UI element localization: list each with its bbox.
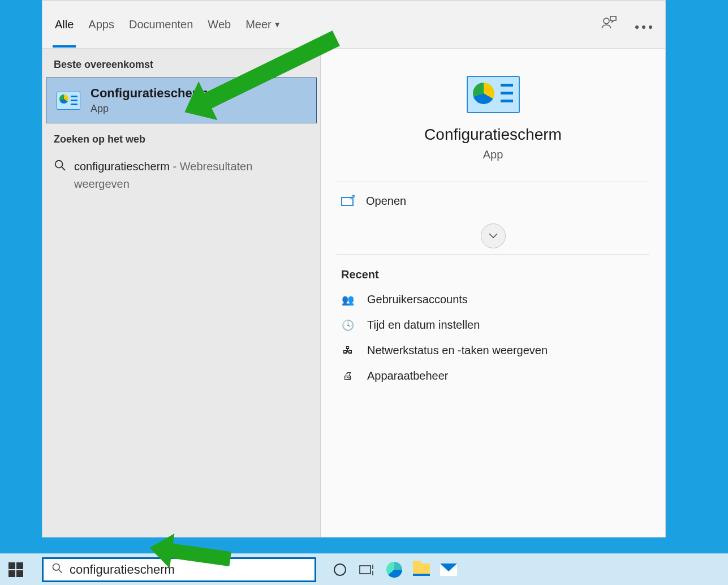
more-options-icon[interactable]	[634, 18, 654, 32]
recent-label: Recent	[321, 255, 665, 287]
recent-item-label: Tijd en datum instellen	[367, 319, 480, 332]
start-button[interactable]	[0, 554, 32, 586]
preview-subtitle: App	[321, 148, 665, 161]
feedback-icon[interactable]	[601, 16, 617, 34]
tab-web[interactable]: Web	[208, 18, 231, 31]
open-action[interactable]: Openen	[321, 182, 665, 220]
mail-button[interactable]	[435, 554, 462, 586]
web-search-label: Zoeken op het web	[42, 123, 320, 152]
cortana-button[interactable]	[326, 554, 354, 586]
tab-bar: Alle Apps Documenten Web Meer▼	[42, 1, 665, 49]
svg-line-3	[59, 570, 62, 573]
cortana-icon	[333, 562, 347, 577]
open-label: Openen	[366, 195, 406, 208]
recent-item[interactable]: 🖧Netwerkstatus en -taken weergeven	[321, 338, 665, 363]
expand-button[interactable]	[481, 223, 506, 248]
folder-icon	[413, 564, 430, 576]
search-input[interactable]	[70, 562, 307, 577]
control-panel-icon	[57, 92, 80, 110]
recent-item-label: Netwerkstatus en -taken weergeven	[367, 344, 548, 357]
edge-icon	[386, 562, 402, 578]
svg-rect-5	[360, 566, 371, 574]
recent-item-icon: 🖨	[341, 371, 355, 382]
recent-item-icon: 👥	[341, 294, 355, 306]
preview-pane: Configuratiescherm App Openen Recent 👥Ge…	[321, 49, 665, 537]
mail-icon	[440, 564, 457, 576]
preview-title: Configuratiescherm	[321, 126, 665, 144]
search-panel: Alle Apps Documenten Web Meer▼ Beste ove…	[42, 0, 666, 537]
edge-button[interactable]	[381, 554, 408, 586]
recent-item-icon: 🖧	[341, 345, 355, 356]
chevron-down-icon	[489, 233, 498, 239]
svg-point-2	[53, 564, 60, 571]
recent-item-label: Gebruikersaccounts	[367, 293, 468, 306]
search-icon	[54, 159, 66, 175]
file-explorer-button[interactable]	[408, 554, 435, 586]
results-pane: Beste overeenkomst Configuratiescherm Ap…	[42, 49, 321, 537]
tab-more[interactable]: Meer▼	[245, 18, 281, 31]
svg-line-1	[62, 167, 65, 170]
tab-documents[interactable]: Documenten	[129, 18, 193, 31]
taskbar	[0, 553, 728, 585]
windows-logo-icon	[8, 562, 23, 577]
tab-apps[interactable]: Apps	[88, 18, 114, 31]
task-view-button[interactable]	[354, 554, 381, 586]
recent-item-icon: 🕓	[341, 320, 355, 331]
svg-point-4	[334, 564, 346, 575]
open-icon	[341, 197, 354, 206]
chevron-down-icon: ▼	[274, 20, 281, 29]
recent-item-label: Apparaatbeheer	[367, 369, 448, 382]
control-panel-icon-large	[467, 76, 520, 113]
task-view-icon	[359, 564, 375, 576]
tab-all[interactable]: Alle	[55, 18, 74, 31]
svg-point-0	[55, 161, 63, 168]
recent-item[interactable]: 🕓Tijd en datum instellen	[321, 312, 665, 338]
recent-item[interactable]: 👥Gebruikersaccounts	[321, 287, 665, 312]
web-result[interactable]: configuratiescherm - Webresultaten weerg…	[42, 152, 320, 199]
recent-item[interactable]: 🖨Apparaatbeheer	[321, 363, 665, 389]
web-result-query: configuratiescherm	[74, 160, 170, 173]
search-icon	[51, 562, 63, 577]
taskbar-search-box[interactable]	[42, 557, 316, 582]
